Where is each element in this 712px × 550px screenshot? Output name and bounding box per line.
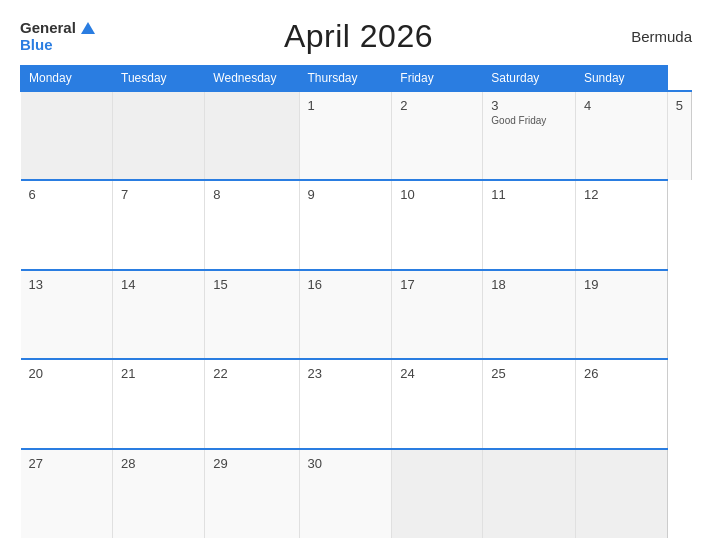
day-number: 3 [491,98,567,113]
day-number: 13 [29,277,105,292]
day-number: 28 [121,456,196,471]
calendar-cell [392,449,483,538]
day-number: 4 [584,98,659,113]
calendar-cell: 21 [113,359,205,448]
day-number: 1 [308,98,384,113]
header-monday: Monday [21,66,113,92]
calendar-cell: 2 [392,91,483,180]
calendar-cell: 26 [575,359,667,448]
calendar-cell: 7 [113,180,205,269]
day-number: 26 [584,366,659,381]
logo-general-text: General [20,20,76,37]
calendar-week-row: 123Good Friday45 [21,91,692,180]
page: General Blue April 2026 Bermuda Monday T… [0,0,712,550]
header-sunday: Sunday [575,66,667,92]
day-number: 20 [29,366,105,381]
holiday-label: Good Friday [491,115,567,126]
calendar-cell: 22 [205,359,299,448]
calendar-cell [575,449,667,538]
calendar-cell: 1 [299,91,392,180]
calendar-cell: 11 [483,180,576,269]
calendar-cell: 14 [113,270,205,359]
day-number: 7 [121,187,196,202]
logo-triangle-icon [81,22,95,34]
calendar-title: April 2026 [284,18,433,55]
calendar-cell [113,91,205,180]
calendar-cell: 4 [575,91,667,180]
region-label: Bermuda [622,28,692,45]
header-tuesday: Tuesday [113,66,205,92]
calendar-cell [483,449,576,538]
calendar-week-row: 27282930 [21,449,692,538]
calendar-week-row: 20212223242526 [21,359,692,448]
calendar-header-row: Monday Tuesday Wednesday Thursday Friday… [21,66,692,92]
logo: General Blue [20,20,95,53]
day-number: 21 [121,366,196,381]
header-friday: Friday [392,66,483,92]
day-number: 19 [584,277,659,292]
calendar-cell: 20 [21,359,113,448]
calendar-week-row: 13141516171819 [21,270,692,359]
header-thursday: Thursday [299,66,392,92]
calendar-cell: 13 [21,270,113,359]
calendar-cell [205,91,299,180]
day-number: 17 [400,277,474,292]
calendar-cell: 6 [21,180,113,269]
calendar-cell: 29 [205,449,299,538]
day-number: 29 [213,456,290,471]
calendar-week-row: 6789101112 [21,180,692,269]
calendar-cell: 15 [205,270,299,359]
day-number: 12 [584,187,659,202]
day-number: 14 [121,277,196,292]
calendar-cell: 10 [392,180,483,269]
day-number: 11 [491,187,567,202]
calendar-cell: 5 [667,91,691,180]
calendar-cell: 17 [392,270,483,359]
day-number: 22 [213,366,290,381]
header: General Blue April 2026 Bermuda [20,18,692,55]
day-number: 5 [676,98,683,113]
day-number: 24 [400,366,474,381]
calendar-cell: 12 [575,180,667,269]
day-number: 16 [308,277,384,292]
calendar-cell: 18 [483,270,576,359]
day-number: 23 [308,366,384,381]
header-saturday: Saturday [483,66,576,92]
calendar-cell: 19 [575,270,667,359]
calendar-cell: 8 [205,180,299,269]
header-wednesday: Wednesday [205,66,299,92]
calendar-cell: 28 [113,449,205,538]
day-number: 10 [400,187,474,202]
calendar-cell: 23 [299,359,392,448]
calendar-cell: 27 [21,449,113,538]
day-number: 2 [400,98,474,113]
day-number: 25 [491,366,567,381]
calendar-cell: 24 [392,359,483,448]
day-number: 9 [308,187,384,202]
day-number: 8 [213,187,290,202]
day-number: 6 [29,187,105,202]
calendar-cell [21,91,113,180]
calendar-table: Monday Tuesday Wednesday Thursday Friday… [20,65,692,538]
logo-blue-text: Blue [20,37,53,54]
day-number: 27 [29,456,105,471]
calendar-cell: 16 [299,270,392,359]
day-number: 30 [308,456,384,471]
day-number: 18 [491,277,567,292]
day-number: 15 [213,277,290,292]
calendar-cell: 30 [299,449,392,538]
calendar-cell: 3Good Friday [483,91,576,180]
calendar-cell: 9 [299,180,392,269]
calendar-cell: 25 [483,359,576,448]
calendar: Monday Tuesday Wednesday Thursday Friday… [20,65,692,538]
